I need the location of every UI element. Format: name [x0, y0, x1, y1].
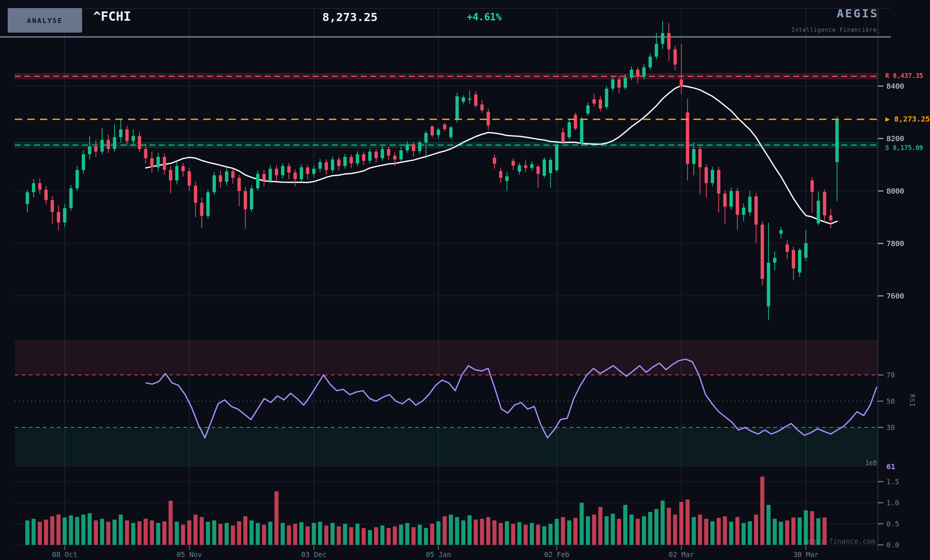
brand-subtitle: Intelligence Financière_ — [791, 27, 881, 33]
svg-text:0.5: 0.5 — [886, 520, 899, 528]
volume-bars — [26, 477, 827, 545]
svg-text:8200: 8200 — [886, 134, 904, 143]
candles-layer — [26, 21, 839, 320]
rsi-panel — [15, 340, 878, 466]
svg-text:0.0: 0.0 — [886, 541, 899, 549]
change-percent-badge: +4.61% — [467, 11, 502, 23]
svg-text:50: 50 — [886, 397, 895, 405]
svg-text:02 Feb: 02 Feb — [544, 551, 570, 558]
chart-canvas[interactable]: aegis-finance.com84008200800078007600R 8… — [0, 0, 930, 560]
svg-text:7600: 7600 — [886, 292, 904, 300]
symbol-title: ^FCHI — [93, 9, 131, 24]
svg-text:05 Nov: 05 Nov — [177, 551, 202, 558]
svg-text:7800: 7800 — [886, 239, 904, 248]
svg-text:1e8: 1e8 — [865, 459, 877, 466]
watermark: aegis-finance.com — [804, 537, 875, 545]
svg-text:61: 61 — [886, 462, 895, 471]
svg-text:R 8,437.35: R 8,437.35 — [885, 72, 923, 80]
svg-text:30 Mar: 30 Mar — [793, 551, 819, 558]
trading-terminal: aegis-finance.com84008200800078007600R 8… — [0, 0, 930, 560]
svg-text:1.5: 1.5 — [886, 478, 899, 486]
svg-text:30: 30 — [886, 423, 895, 431]
svg-text:03 Dec: 03 Dec — [301, 551, 327, 558]
rsi-axis-title: RSI — [908, 394, 916, 408]
svg-text:08 Oct: 08 Oct — [52, 551, 78, 558]
svg-text:70: 70 — [886, 371, 895, 379]
sma20-line — [146, 86, 837, 224]
svg-text:8000: 8000 — [886, 187, 904, 195]
svg-text:1.0: 1.0 — [886, 499, 899, 507]
grid-layer — [0, 9, 891, 551]
brand-logo: AEGIS — [837, 7, 879, 20]
svg-text:02 Mar: 02 Mar — [669, 551, 694, 558]
last-price: 8,273.25 — [322, 10, 377, 24]
svg-text:S 8,175.09: S 8,175.09 — [885, 144, 923, 152]
levels-layer — [15, 74, 878, 148]
svg-text:8400: 8400 — [886, 81, 904, 91]
analyse-button[interactable]: ANALYSE — [8, 8, 82, 32]
svg-text:05 Jan: 05 Jan — [426, 551, 451, 558]
date-axis: 08 Oct05 Nov03 Dec05 Jan02 Feb02 Mar30 M… — [52, 546, 819, 558]
svg-text:▶ 8,273.25: ▶ 8,273.25 — [885, 115, 930, 123]
